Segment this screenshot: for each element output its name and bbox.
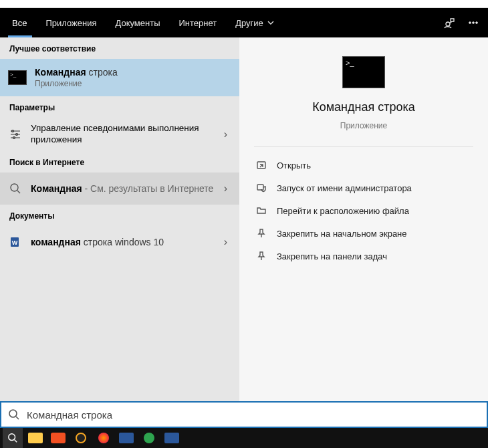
result-detail-pane: Командная строка Приложение Открыть Запу… [239,37,488,401]
search-results-body: Лучшее соответствие Командная строка При… [0,37,488,401]
svg-rect-10 [257,162,265,169]
detail-actions: Открыть Запуск от имени администратора П… [239,151,488,270]
taskbar-app-brave[interactable] [48,428,68,448]
group-documents: Документы [0,205,239,226]
chevron-down-icon [267,19,274,26]
taskbar [0,428,488,448]
result-document-word[interactable]: W командная строка windows 10 › [0,226,239,258]
separator [254,146,473,147]
result-title: Командная строка [35,67,231,78]
action-run-as-admin[interactable]: Запуск от имени администратора [246,177,481,199]
taskbar-app-amber[interactable] [71,428,91,448]
result-subtitle: Приложение [35,79,231,88]
window-chrome-placeholder [0,0,488,8]
person-feedback-icon [443,17,455,29]
result-app-alias-settings[interactable]: Управление псевдонимами выполнения прило… [0,118,239,151]
tab-label: Приложения [45,18,96,28]
action-pin-to-taskbar[interactable]: Закрепить на панели задач [246,245,481,267]
tab-apps[interactable]: Приложения [36,8,106,37]
feedback-button[interactable] [437,8,461,37]
search-filter-tabs: Все Приложения Документы Интернет Другие [0,8,488,37]
action-label: Открыть [277,160,311,171]
svg-point-3 [476,22,478,24]
tab-label: Другие [235,18,263,28]
tab-documents[interactable]: Документы [106,8,169,37]
settings-list-icon [8,127,23,142]
group-best-match: Лучшее соответствие [0,37,239,59]
result-title: командная строка windows 10 [31,237,216,247]
action-label: Запуск от имени администратора [277,183,412,193]
tab-label: Все [12,18,27,28]
ellipsis-icon [467,17,479,29]
svg-point-0 [446,22,450,26]
folder-icon [255,205,267,217]
result-command-prompt[interactable]: Командная строка Приложение [0,59,239,96]
tab-internet[interactable]: Интернет [169,8,226,37]
pin-icon [255,250,267,262]
group-web: Поиск в Интернете [0,151,239,173]
tab-label: Интернет [178,18,217,28]
action-label: Закрепить на панели задач [277,251,387,261]
admin-shield-icon [255,182,267,194]
svg-point-7 [11,184,18,191]
command-prompt-icon [8,70,27,85]
tab-more[interactable]: Другие [226,8,283,37]
search-box[interactable] [0,401,488,428]
group-settings: Параметры [0,96,239,118]
pin-icon [255,227,267,239]
action-pin-to-start[interactable]: Закрепить на начальном экране [246,222,481,245]
svg-point-13 [9,434,15,441]
taskbar-file-explorer[interactable] [25,428,45,448]
svg-text:W: W [12,239,18,246]
search-input[interactable] [27,409,480,421]
search-icon [7,433,18,443]
detail-subtitle: Приложение [340,121,387,130]
action-label: Перейти к расположению файла [277,206,409,216]
tab-all[interactable]: Все [3,8,36,37]
svg-point-2 [473,22,475,24]
taskbar-app-word[interactable] [162,428,182,448]
action-label: Закрепить на начальном экране [277,229,407,239]
search-icon [8,181,23,196]
taskbar-app-blue[interactable] [116,428,136,448]
results-list: Лучшее соответствие Командная строка При… [0,37,239,401]
chevron-right-icon: › [224,183,231,195]
taskbar-app-firefox[interactable] [94,428,114,448]
svg-rect-11 [257,185,263,190]
chevron-right-icon: › [224,128,231,140]
result-web-search[interactable]: Командная - См. результаты в Интернете › [0,173,239,205]
taskbar-app-utorrent[interactable] [139,428,159,448]
more-options-button[interactable] [461,8,485,37]
detail-title: Командная строка [312,100,415,114]
search-icon [8,409,20,421]
chevron-right-icon: › [224,236,231,248]
result-title: Командная - См. результаты в Интернете [31,183,216,194]
word-document-icon: W [8,235,23,249]
command-prompt-icon-large [342,56,385,88]
svg-point-12 [9,410,17,417]
taskbar-search-button[interactable] [3,428,23,448]
action-open[interactable]: Открыть [246,154,481,177]
svg-point-1 [469,22,471,24]
action-open-file-location[interactable]: Перейти к расположению файла [246,199,481,222]
result-title: Управление псевдонимами выполнения прило… [31,123,216,146]
tab-label: Документы [115,18,160,28]
open-icon [255,159,267,171]
